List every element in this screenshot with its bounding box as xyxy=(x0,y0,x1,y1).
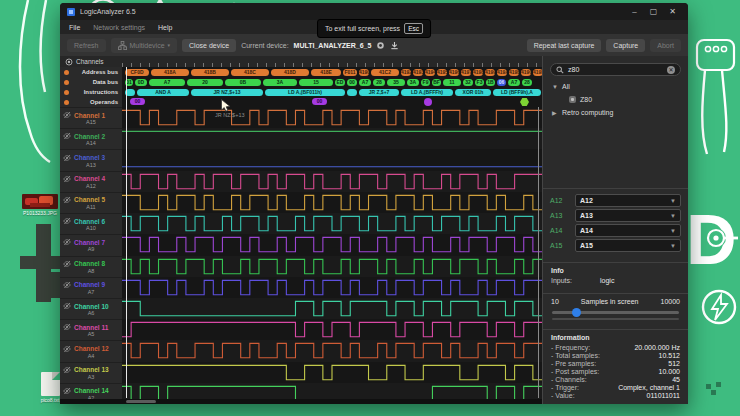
annotation-pill[interactable]: 00 xyxy=(347,79,357,86)
annotation-pill[interactable]: 418D xyxy=(271,69,309,76)
eye-off-icon[interactable] xyxy=(63,281,71,289)
capture-button[interactable]: Capture xyxy=(606,39,645,52)
tree-node-retro-computing[interactable]: ▶ Retro computing xyxy=(543,106,688,119)
channel-row[interactable]: Channel 9A7 xyxy=(60,277,122,298)
annotation-pill[interactable] xyxy=(347,89,357,96)
annotation-pill[interactable]: F011 xyxy=(343,69,357,76)
waveform-lane[interactable] xyxy=(122,256,542,277)
channel-row[interactable]: Channel 10A6 xyxy=(60,298,122,319)
annotation-pill[interactable]: JR NZ,$+13 xyxy=(191,89,263,96)
annotation-pill[interactable]: 4196 xyxy=(449,69,459,76)
close-device-button[interactable]: Close device xyxy=(182,39,236,52)
annotation-pill[interactable]: AND A xyxy=(137,89,189,96)
search-input[interactable]: z80 xyxy=(568,66,663,73)
annotation-pill[interactable]: 32 xyxy=(463,79,473,86)
annotation-pill[interactable]: 419C xyxy=(521,69,531,76)
annotation-pill[interactable]: ED xyxy=(335,79,345,86)
waveform-lane[interactable] xyxy=(122,340,542,361)
trigger-marker-line[interactable] xyxy=(126,67,127,398)
annotation-pill[interactable]: 11 xyxy=(443,79,461,86)
bus-row[interactable]: Data bus xyxy=(60,77,122,87)
annotation-pill[interactable]: 418B xyxy=(191,69,229,76)
annotation-pill[interactable]: XOR 01h xyxy=(455,89,491,96)
annotation-pill[interactable]: 15 xyxy=(299,79,333,86)
annotation-pill[interactable]: 419D xyxy=(533,69,542,76)
annotation-pill[interactable]: 419B xyxy=(509,69,519,76)
annotation-pill[interactable]: 3A xyxy=(263,79,297,86)
annotation-pill[interactable]: 4198 xyxy=(473,69,483,76)
eye-off-icon[interactable] xyxy=(63,238,71,246)
annotation-pill[interactable]: JR Z,$+7 xyxy=(359,89,399,96)
channel-row[interactable]: Channel 6A10 xyxy=(60,213,122,234)
bus-row[interactable]: Instructions xyxy=(60,87,122,97)
menu-network-settings[interactable]: Network settings xyxy=(93,24,145,31)
eye-off-icon[interactable] xyxy=(63,323,71,331)
refresh-button[interactable]: Refresh xyxy=(67,39,106,52)
export-download-icon[interactable] xyxy=(390,41,399,50)
annotation-pill[interactable]: 418C xyxy=(231,69,269,76)
search-box[interactable]: z80 ✕ xyxy=(550,63,681,76)
annotation-pill[interactable]: 28 xyxy=(373,79,385,86)
eye-off-icon[interactable] xyxy=(63,260,71,268)
mapping-channel-select[interactable]: A14▼ xyxy=(575,224,681,237)
waveform-lane[interactable] xyxy=(122,362,542,383)
channel-row[interactable]: Channel 8A8 xyxy=(60,256,122,277)
eye-off-icon[interactable] xyxy=(63,154,71,162)
operand-marker[interactable] xyxy=(424,98,432,106)
annotation-pill[interactable]: 4190 xyxy=(359,69,369,76)
channel-row[interactable]: Channel 1A15 xyxy=(60,107,122,128)
annotation-pill[interactable]: 4197 xyxy=(461,69,471,76)
panel-scroll-track[interactable] xyxy=(552,318,679,320)
channel-row[interactable]: Channel 13A3 xyxy=(60,362,122,383)
annotation-pill[interactable]: A7 xyxy=(359,79,371,86)
channel-row[interactable]: Channel 4A12 xyxy=(60,171,122,192)
waveform-lane[interactable] xyxy=(122,171,542,192)
minimize-button[interactable]: – xyxy=(626,5,643,18)
annotation-pill[interactable]: LD (BFF9h),A xyxy=(493,89,541,96)
menu-help[interactable]: Help xyxy=(158,24,172,31)
waveform-lane[interactable] xyxy=(122,149,542,170)
desktop-icon-photo[interactable]: P1013233.JPG xyxy=(18,194,62,216)
annotation-pill[interactable]: 41C2 xyxy=(371,69,399,76)
channel-row[interactable]: Channel 5A11 xyxy=(60,192,122,213)
channel-row[interactable]: Channel 3A13 xyxy=(60,149,122,170)
annotation-pill[interactable]: A7 xyxy=(508,79,520,86)
annotation-pill[interactable]: LD A,(BF011h) xyxy=(265,89,345,96)
annotation-pill[interactable]: 0B xyxy=(225,79,261,86)
title-bar[interactable]: LogicAnalyzer 6.5 – ▢ ✕ xyxy=(60,3,688,20)
menu-file[interactable]: File xyxy=(69,24,80,31)
annotation-pill[interactable]: F3 xyxy=(475,79,484,86)
repeat-last-capture-button[interactable]: Repeat last capture xyxy=(527,39,602,52)
operand-marker[interactable]: 00 xyxy=(312,98,327,105)
annotation-pill[interactable]: 4193 xyxy=(413,69,423,76)
annotation-pill[interactable]: LD A,(BFFFh) xyxy=(401,89,453,96)
waveform-lane[interactable] xyxy=(122,107,542,128)
samples-slider[interactable] xyxy=(552,311,679,314)
tree-node-z80[interactable]: Z80 xyxy=(543,93,688,106)
annotation-pill[interactable]: 20 xyxy=(187,79,223,86)
tree-node-all[interactable]: ▼ All xyxy=(543,80,688,93)
annotation-pill[interactable]: 4195 xyxy=(437,69,447,76)
eye-off-icon[interactable] xyxy=(63,132,71,140)
annotation-pill[interactable]: 28 xyxy=(522,79,532,86)
mapping-channel-select[interactable]: A12▼ xyxy=(575,194,681,207)
eye-off-icon[interactable] xyxy=(63,175,71,183)
abort-button[interactable]: Abort xyxy=(650,39,681,52)
horizontal-scrollbar-thumb[interactable] xyxy=(126,400,156,403)
channel-row[interactable]: Channel 2A14 xyxy=(60,128,122,149)
waveform-lane[interactable] xyxy=(122,298,542,319)
samples-slider-thumb[interactable] xyxy=(572,308,581,317)
waveform-lane[interactable] xyxy=(122,234,542,255)
annotation-pill[interactable]: F9 xyxy=(421,79,430,86)
eye-off-icon[interactable] xyxy=(63,387,71,395)
eye-off-icon[interactable] xyxy=(63,366,71,374)
eye-off-icon[interactable] xyxy=(63,302,71,310)
mapping-channel-select[interactable]: A13▼ xyxy=(575,209,681,222)
channel-row[interactable]: Channel 11A5 xyxy=(60,319,122,340)
annotation-pill[interactable]: 0D xyxy=(135,79,147,86)
close-button[interactable]: ✕ xyxy=(664,5,681,18)
annotation-pill[interactable]: BF xyxy=(432,79,441,86)
annotation-pill[interactable]: 3A xyxy=(407,79,419,86)
annotation-pill[interactable]: 419A xyxy=(497,69,507,76)
bus-row[interactable]: Operands xyxy=(60,97,122,107)
